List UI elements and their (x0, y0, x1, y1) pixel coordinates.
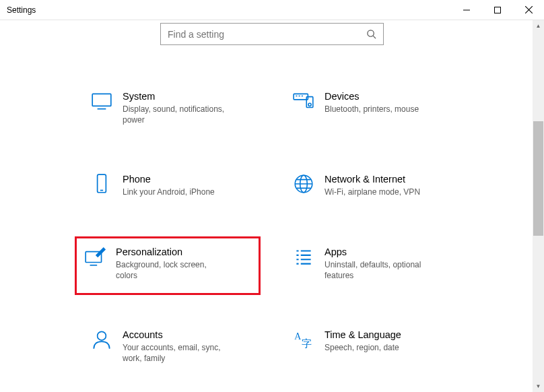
scroll-down-arrow[interactable]: ▼ (533, 381, 544, 392)
vertical-scrollbar[interactable]: ▲ ▼ (533, 20, 544, 392)
tile-title: Apps (325, 247, 439, 257)
svg-point-1 (368, 30, 374, 36)
tile-desc: Bluetooth, printers, mouse (325, 104, 419, 115)
svg-text:字: 字 (302, 338, 312, 349)
scroll-up-arrow[interactable]: ▲ (533, 20, 544, 32)
svg-point-5 (308, 103, 311, 106)
svg-point-10 (98, 331, 106, 340)
tile-title: Personalization (116, 247, 230, 257)
tile-desc: Speech, region, date (325, 342, 401, 353)
search-input[interactable] (168, 29, 366, 40)
tile-title: Devices (325, 91, 419, 102)
tile-apps[interactable]: Apps Uninstall, defaults, optional featu… (285, 241, 461, 285)
tile-phone[interactable]: Phone Link your Android, iPhone (83, 168, 259, 201)
maximize-button[interactable] (482, 0, 513, 20)
tile-title: System (123, 91, 237, 102)
apps-icon (292, 245, 315, 268)
window-controls (451, 0, 544, 20)
devices-icon (292, 90, 315, 112)
tile-time-language[interactable]: A 字 Time & Language Speech, region, date (285, 324, 461, 368)
svg-rect-0 (495, 7, 501, 13)
close-button[interactable] (513, 0, 544, 20)
tile-devices[interactable]: Devices Bluetooth, printers, mouse (285, 86, 461, 129)
scroll-thumb[interactable] (533, 121, 543, 236)
tile-title: Accounts (123, 329, 237, 340)
tile-desc: Display, sound, notifications, power (123, 104, 237, 125)
tile-desc: Your accounts, email, sync, work, family (123, 342, 237, 364)
personalization-icon (83, 245, 106, 268)
tile-title: Time & Language (325, 329, 401, 340)
content-area: System Display, sound, notifications, po… (0, 20, 544, 392)
settings-grid: System Display, sound, notifications, po… (83, 86, 461, 392)
time-language-icon: A 字 (292, 328, 315, 351)
window-title: Settings (7, 5, 36, 15)
tile-desc: Link your Android, iPhone (123, 187, 215, 197)
tile-title: Phone (123, 174, 215, 185)
accounts-icon (90, 328, 113, 351)
search-box[interactable] (160, 23, 384, 45)
svg-rect-3 (294, 94, 308, 100)
tile-accounts[interactable]: Accounts Your accounts, email, sync, wor… (83, 324, 259, 368)
svg-rect-2 (92, 94, 111, 106)
search-icon (366, 29, 376, 39)
phone-icon (90, 172, 113, 195)
tile-system[interactable]: System Display, sound, notifications, po… (83, 86, 259, 129)
tile-title: Network & Internet (325, 174, 420, 185)
svg-text:A: A (294, 331, 301, 341)
minimize-button[interactable] (451, 0, 482, 20)
network-icon (292, 172, 315, 195)
system-icon (90, 90, 113, 112)
tile-desc: Background, lock screen, colors (116, 259, 230, 281)
tile-personalization[interactable]: Personalization Background, lock screen,… (75, 236, 261, 295)
tile-network[interactable]: Network & Internet Wi-Fi, airplane mode,… (285, 168, 461, 201)
tile-desc: Wi-Fi, airplane mode, VPN (325, 187, 420, 197)
titlebar: Settings (0, 0, 544, 20)
tile-desc: Uninstall, defaults, optional features (325, 259, 439, 281)
